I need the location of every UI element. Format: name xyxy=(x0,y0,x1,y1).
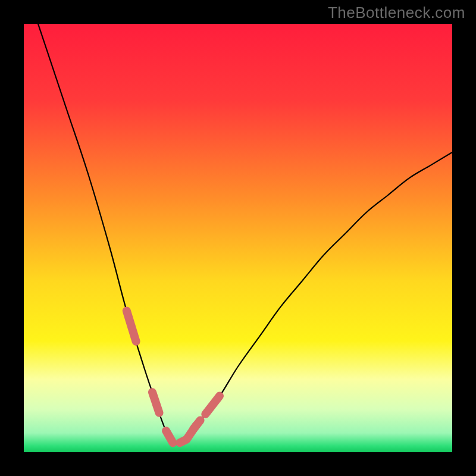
svg-line-5 xyxy=(180,439,187,443)
gradient-background xyxy=(24,24,452,452)
chart-svg xyxy=(24,24,452,452)
chart-frame: TheBottleneck.com xyxy=(0,0,476,476)
watermark-text: TheBottleneck.com xyxy=(328,4,465,22)
svg-line-6 xyxy=(193,420,201,429)
plot-area xyxy=(24,24,452,452)
